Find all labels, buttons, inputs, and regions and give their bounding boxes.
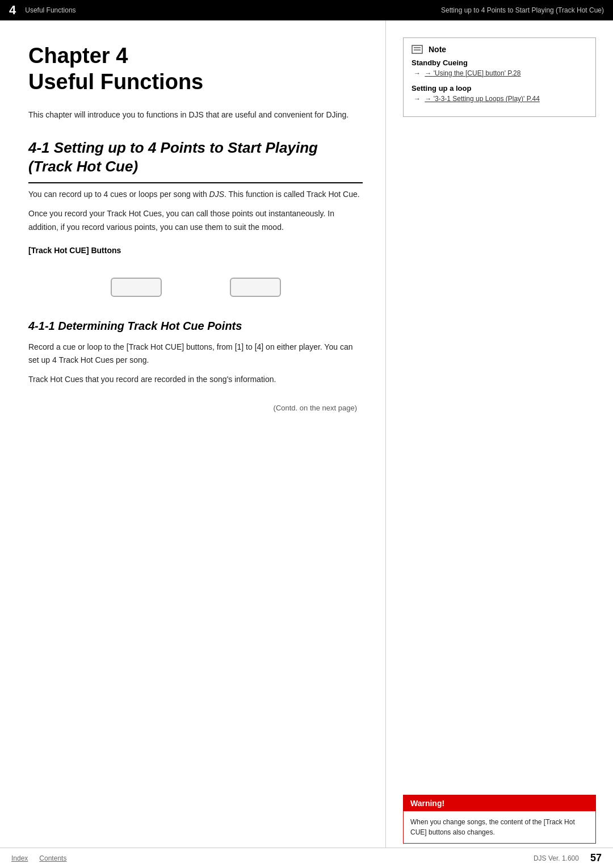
footer-nav: Index Contents — [11, 854, 66, 862]
chapter-heading: Chapter 4 Useful Functions — [28, 43, 363, 95]
footer-version: DJS Ver. 1.600 — [534, 854, 579, 862]
footer-index[interactable]: Index — [11, 854, 28, 862]
chapter-intro: This chapter will introduce you to funct… — [28, 108, 363, 121]
top-bar-right-label: Setting up to 4 Points to Start Playing … — [441, 6, 604, 14]
footer-right: DJS Ver. 1.600 57 — [534, 852, 602, 864]
section-41-para2: Once you record your Track Hot Cues, you… — [28, 207, 363, 234]
button-illustration — [28, 278, 363, 297]
note-icon — [412, 45, 423, 54]
svg-rect-0 — [412, 45, 422, 53]
sidebar: Note Standby Cueing → → 'Using the [CUE]… — [386, 20, 613, 861]
contd-line: (Contd. on the next page) — [28, 404, 363, 412]
section-41-body: You can record up to 4 cues or loops per… — [28, 188, 363, 234]
standby-cueing-link: → → 'Using the [CUE] button' P.28 — [412, 69, 587, 77]
main-content: Chapter 4 Useful Functions This chapter … — [0, 20, 386, 861]
cue-button-2 — [230, 278, 281, 297]
bottom-bar: Index Contents DJS Ver. 1.600 57 — [0, 848, 613, 868]
section-411-para1: Record a cue or loop to the [Track Hot C… — [28, 341, 363, 368]
footer-page-number: 57 — [590, 852, 602, 864]
page-container: Chapter 4 Useful Functions This chapter … — [0, 20, 613, 861]
section-411-body: Record a cue or loop to the [Track Hot C… — [28, 341, 363, 387]
warning-body: When you change songs, the content of th… — [404, 811, 595, 843]
section-41-para1: You can record up to 4 cues or loops per… — [28, 188, 363, 202]
arrow-icon-1: → — [414, 69, 421, 77]
track-hot-cue-buttons-label: [Track Hot CUE] Buttons — [28, 246, 363, 255]
cue-button-1 — [111, 278, 162, 297]
note-title: Note — [412, 45, 587, 54]
top-bar-left-label: Useful Functions — [25, 6, 75, 14]
top-bar: 4 Useful Functions Setting up to 4 Point… — [0, 0, 613, 20]
arrow-icon-2: → — [414, 95, 421, 103]
chapter-number: 4 — [9, 3, 16, 18]
setting-up-loop-label: Setting up a loop — [412, 84, 587, 93]
standby-cueing-label: Standby Cueing — [412, 58, 587, 67]
section-41-heading: 4-1 Setting up to 4 Points to Start Play… — [28, 139, 363, 184]
footer-contents[interactable]: Contents — [39, 854, 66, 862]
warning-title: Warning! — [404, 795, 595, 811]
warning-box: Warning! When you change songs, the cont… — [403, 795, 596, 844]
setting-up-loop-link: → → '3-3-1 Setting up Loops (Play)' P.44 — [412, 95, 587, 103]
sidebar-spacer — [403, 131, 596, 795]
section-411-para2: Track Hot Cues that you record are recor… — [28, 373, 363, 387]
note-box: Note Standby Cueing → → 'Using the [CUE]… — [403, 37, 596, 117]
section-411-heading: 4-1-1 Determining Track Hot Cue Points — [28, 320, 363, 333]
